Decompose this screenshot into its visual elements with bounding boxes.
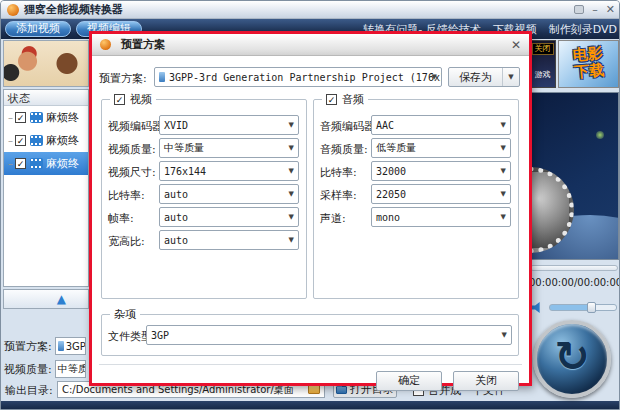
speaker-icon[interactable] [531,302,543,313]
ad-close-button[interactable]: 关闭 [532,43,554,55]
add-video-button[interactable]: 添加视频 [5,21,71,37]
output-dir-label: 输出目录: [5,383,53,398]
misc-group: 杂项 文件类型: 3GP ▼ [101,314,519,356]
item-checkbox[interactable]: ✓ [15,158,26,169]
dialog-close-icon[interactable]: ✕ [511,39,521,51]
preset-dialog: 预置方案 ✕ 预置方案: 3GPP-3rd Generation Partner… [89,31,532,386]
seek-slider[interactable] [530,265,618,271]
audio-encoder-select[interactable]: AAC ▼ [371,115,511,135]
list-item[interactable]: – ✓ 麻烦终 [4,129,88,152]
preset-select[interactable]: 3GP [55,337,86,355]
tree-dash: – [8,135,13,146]
ad-banner-movie-download[interactable]: 电影 下载 [558,40,619,88]
bottom-strip [1,401,620,410]
close-button[interactable]: ✕ [606,4,615,15]
audio-quality-select[interactable]: 低等质量 ▼ [371,138,511,158]
preset-row: 预置方案: 3GP [4,337,86,355]
video-file-icon [30,158,43,169]
time-display: 00:00:00/00:00:00 [529,277,619,288]
video-enable-checkbox[interactable]: ✓ [114,94,125,105]
save-as-button[interactable]: 保存为 ▼ [448,67,520,87]
dialog-close-button[interactable]: 关闭 [453,371,519,391]
ok-button[interactable]: 确定 [376,371,442,391]
app-title: 狸窝全能视频转换器 [24,2,123,17]
convert-button[interactable]: ↻ [533,320,611,398]
tree-dash: – [8,112,13,123]
video-group: ✓ 视频 视频编码器: XVID ▼ 视频质量: 中等质量 ▼ 视频尺寸: 17… [101,99,307,299]
video-encoder-select[interactable]: XVID ▼ [159,115,299,135]
list-toolbar: ▲ [3,289,89,309]
file-list-header: 状态 [4,90,88,106]
folder-icon [336,386,347,394]
minimize-button[interactable]: – [592,4,598,15]
ad-banner-left[interactable] [3,40,89,87]
quality-select[interactable]: 中等质 [55,360,86,378]
browse-folder-icon[interactable] [308,385,320,394]
dialog-titlebar: 预置方案 ✕ [92,34,529,56]
app-icon [7,4,19,16]
volume-handle[interactable] [587,302,596,313]
move-up-button[interactable]: ▲ [57,293,66,305]
skin-button[interactable] [574,5,584,14]
video-file-icon [30,112,43,123]
video-size-select[interactable]: 176x144 ▼ [159,161,299,181]
audio-group: ✓ 音频 音频编码器: AAC ▼ 音频质量: 低等质量 ▼ 比特率: 3200… [313,99,519,299]
tree-dash: – [8,158,13,169]
dialog-preset-label: 预置方案: [99,71,147,86]
list-item[interactable]: – ✓ 麻烦终 [4,106,88,129]
titlebar: 狸窝全能视频转换器 – ✕ [1,1,620,19]
phone-icon [159,72,165,82]
dialog-preset-select[interactable]: 3GPP-3rd Generation Partnership Project … [154,67,442,87]
volume-slider[interactable] [549,304,617,311]
phone-icon [58,341,64,351]
ad-banner-game[interactable]: 关闭 游戏 [529,40,556,88]
audio-bitrate-select[interactable]: 32000 ▼ [371,161,511,181]
item-checkbox[interactable]: ✓ [15,112,26,123]
audio-enable-checkbox[interactable]: ✓ [326,94,337,105]
quality-row: 视频质量: 中等质 [4,360,86,378]
channels-select[interactable]: mono ▼ [371,207,511,227]
aspect-ratio-select[interactable]: auto ▼ [159,230,299,250]
sample-rate-select[interactable]: 22050 ▼ [371,184,511,204]
preview-art-glow [596,131,604,139]
convert-icon: ↻ [554,336,589,378]
app-window: 狸窝全能视频转换器 – ✕ 添加视频 视频编辑 转换有问题- 反馈给技术 下载视… [0,0,620,410]
save-as-dropdown-arrow[interactable]: ▼ [503,73,519,81]
file-list-panel: 状态 – ✓ 麻烦终 – ✓ 麻烦终 – ✓ 麻烦终 [3,89,89,287]
dialog-separator [99,364,522,365]
framerate-select[interactable]: auto ▼ [159,207,299,227]
video-file-icon [30,135,43,146]
list-item-selected[interactable]: – ✓ 麻烦终 [4,152,88,175]
dialog-title: 预置方案 [121,37,165,52]
item-checkbox[interactable]: ✓ [15,135,26,146]
video-bitrate-select[interactable]: auto ▼ [159,184,299,204]
video-preview [529,92,619,260]
dialog-icon [100,39,111,50]
link-burn-dvd[interactable]: 制作刻录DVD [549,22,617,37]
file-type-select[interactable]: 3GP ▼ [146,325,512,345]
video-quality-select[interactable]: 中等质量 ▼ [159,138,299,158]
